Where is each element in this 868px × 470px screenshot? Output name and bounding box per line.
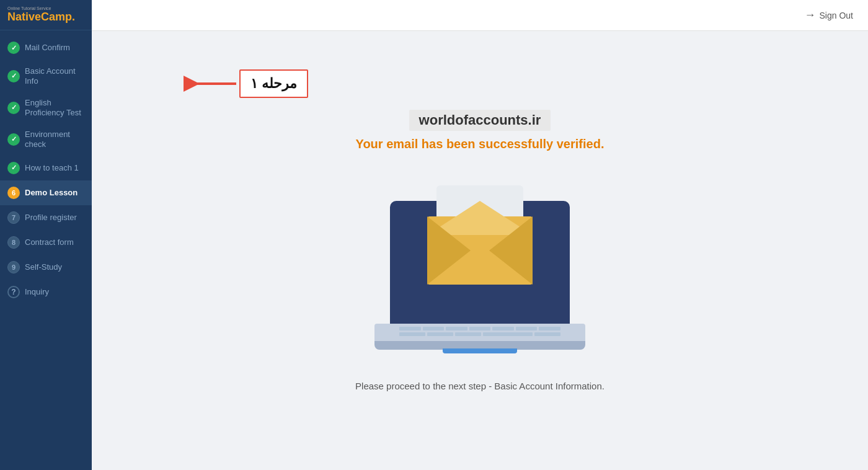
content-area: مرحله ۱ worldofaccounts.ir Your email ha… (92, 31, 868, 470)
sidebar-label-profile-register: Profile register (25, 213, 77, 223)
step-num-profile-register: 7 (7, 211, 20, 224)
sidebar-item-profile-register[interactable]: 7 Profile register (0, 205, 92, 230)
key (427, 332, 453, 336)
proceed-text: Please proceed to the next step - Basic … (355, 381, 604, 391)
logo-camp: Camp. (41, 11, 75, 23)
top-bar: → Sign Out (92, 0, 868, 31)
check-icon-environment: ✓ (7, 133, 20, 146)
sidebar-item-environment-check[interactable]: ✓ Environment check (0, 123, 92, 155)
sidebar-label-contract-form: Contract form (25, 237, 74, 247)
logo-native: Native (7, 11, 41, 23)
sign-out-button[interactable]: → Sign Out (805, 9, 853, 22)
question-icon-inquiry: ? (7, 286, 20, 298)
key-row-1 (399, 327, 560, 330)
sign-out-icon: → (805, 9, 816, 22)
keyboard-keys (399, 327, 560, 338)
key (399, 332, 425, 336)
key (539, 327, 560, 330)
sidebar-label-mail-confirm: Mail Confirm (25, 43, 70, 53)
key (446, 327, 467, 330)
sidebar-label-basic-account: Basic Account Info (25, 66, 84, 86)
sidebar-label-english: English Proficiency Test (25, 98, 84, 117)
sidebar: Online Tutorial Service NativeCamp. ✓ Ma… (0, 0, 92, 470)
key (469, 327, 491, 330)
sidebar-item-inquiry[interactable]: ? Inquiry (0, 280, 92, 304)
success-message: Your email has been successfully verifie… (356, 137, 604, 151)
site-name: worldofaccounts.ir (409, 110, 551, 131)
envelope: ✓ (427, 182, 533, 285)
sidebar-label-demo-lesson: Demo Lesson (25, 188, 78, 198)
key (534, 332, 560, 336)
sidebar-item-self-study[interactable]: 9 Self-Study (0, 255, 92, 280)
logo: Online Tutorial Service NativeCamp. (0, 0, 92, 30)
check-icon-how-to-teach: ✓ (7, 162, 20, 174)
envelope-flap-right (489, 216, 533, 285)
sidebar-item-contract-form[interactable]: 8 Contract form (0, 230, 92, 255)
logo-main: NativeCamp. (7, 11, 84, 24)
envelope-flap-left (427, 216, 471, 285)
sidebar-label-self-study: Self-Study (25, 262, 62, 272)
key (455, 332, 481, 336)
sidebar-label-inquiry: Inquiry (25, 287, 49, 297)
laptop-foot (443, 348, 517, 353)
sidebar-item-english-proficiency[interactable]: ✓ English Proficiency Test (0, 92, 92, 123)
annotation-box: مرحله ۱ (184, 69, 308, 98)
annotation-label: مرحله ۱ (239, 69, 308, 98)
check-icon-english: ✓ (7, 102, 20, 114)
key (423, 327, 445, 330)
sign-out-label: Sign Out (820, 11, 853, 20)
sidebar-item-how-to-teach[interactable]: ✓ How to teach 1 (0, 156, 92, 180)
check-icon-mail-confirm: ✓ (7, 42, 20, 54)
key (399, 327, 421, 330)
step-num-contract-form: 8 (7, 236, 20, 249)
email-verified-illustration: ✓ (374, 170, 585, 362)
verification-card: worldofaccounts.ir Your email has been s… (343, 97, 617, 404)
sidebar-item-mail-confirm[interactable]: ✓ Mail Confirm (0, 35, 92, 60)
spacebar (483, 332, 533, 336)
key-row-2 (399, 332, 560, 336)
sidebar-label-how-to-teach: How to teach 1 (25, 163, 79, 173)
check-icon-basic-account: ✓ (7, 70, 20, 82)
sidebar-item-basic-account-info[interactable]: ✓ Basic Account Info (0, 60, 92, 92)
sidebar-label-environment: Environment check (25, 130, 84, 149)
key (516, 327, 538, 330)
key (492, 327, 514, 330)
step-num-demo-lesson: 6 (7, 187, 20, 199)
sidebar-item-demo-lesson[interactable]: 6 Demo Lesson (0, 180, 92, 205)
sidebar-nav: ✓ Mail Confirm ✓ Basic Account Info ✓ En… (0, 30, 92, 470)
main-area: → Sign Out مرحله ۱ worldofaccounts.ir Yo… (92, 0, 868, 470)
annotation-arrow (184, 73, 239, 95)
logo-small-text: Online Tutorial Service (7, 6, 84, 11)
step-num-self-study: 9 (7, 261, 20, 273)
